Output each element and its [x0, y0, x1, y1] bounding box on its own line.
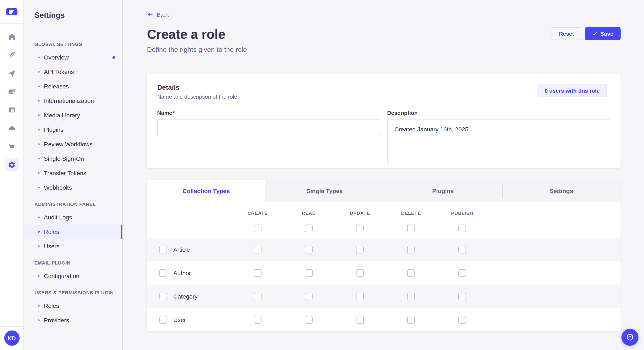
subnav-item-providers[interactable]: Providers — [24, 313, 122, 328]
subnav-item-transfer-tokens[interactable]: Transfer Tokens — [24, 166, 122, 180]
subnav-section-label: ADMINISTRATION PANEL — [24, 197, 122, 210]
strapi-logo-icon[interactable] — [6, 8, 18, 15]
permissions-tabs: Collection TypesSingle TypesPluginsSetti… — [147, 180, 620, 202]
column-header-publish: PUBLISH — [436, 210, 488, 216]
help-button[interactable]: ? — [622, 329, 638, 346]
subnav-item-releases[interactable]: Releases — [24, 79, 122, 94]
category-read-checkbox[interactable] — [305, 292, 313, 300]
subnav-section: GLOBAL SETTINGS Overview API Tokens Rele… — [24, 35, 122, 195]
tab-plugins[interactable]: Plugins — [384, 180, 502, 202]
subnav-item-internationalization[interactable]: Internationalization — [24, 94, 122, 108]
article-row-checkbox[interactable] — [159, 246, 167, 253]
subnav-item-audit-logs[interactable]: Audit Logs — [24, 210, 122, 224]
collection-types-panel: CREATEREADUPDATEDELETEPUBLISH Article Au… — [147, 202, 620, 331]
user-update-checkbox[interactable] — [356, 316, 364, 324]
category-row-checkbox[interactable] — [159, 292, 167, 300]
subnav-sections: GLOBAL SETTINGS Overview API Tokens Rele… — [24, 27, 122, 328]
content-type-label: User — [173, 316, 186, 323]
bullet-icon — [38, 245, 40, 247]
column-header-delete: DELETE — [386, 210, 436, 216]
paper-plane-icon[interactable] — [5, 66, 18, 80]
home-icon[interactable] — [5, 30, 18, 43]
settings-subnav: Settings GLOBAL SETTINGS Overview API To… — [24, 0, 123, 350]
subnav-item-roles[interactable]: Roles — [24, 299, 122, 313]
avatar[interactable]: KD — [4, 331, 20, 346]
subnav-section: EMAIL PLUGIN Configuration — [24, 253, 122, 283]
select-all-publish-checkbox[interactable] — [458, 224, 466, 232]
back-link[interactable]: Back — [147, 11, 169, 18]
details-subtitle: Name and description of the role — [157, 94, 237, 100]
author-update-checkbox[interactable] — [356, 269, 364, 277]
name-input[interactable] — [157, 119, 380, 136]
subnav-item-overview[interactable]: Overview — [24, 50, 122, 65]
reset-button[interactable]: Reset — [552, 27, 581, 40]
name-field: Name* — [157, 110, 380, 166]
save-button[interactable]: Save — [584, 27, 620, 40]
header-actions: Reset Save — [552, 27, 620, 40]
name-label: Name — [157, 110, 172, 116]
bullet-icon — [38, 85, 40, 87]
icon-rail: KD — [0, 0, 24, 350]
author-publish-checkbox[interactable] — [458, 269, 466, 277]
bullet-icon — [38, 187, 40, 188]
content-manager-icon[interactable] — [5, 48, 18, 62]
settings-icon[interactable] — [5, 158, 18, 172]
select-all-read-checkbox[interactable] — [305, 224, 313, 232]
select-all-create-checkbox[interactable] — [254, 224, 262, 232]
bullet-icon — [38, 319, 40, 321]
select-all-delete-checkbox[interactable] — [407, 224, 415, 232]
subnav-item-single-sign-on[interactable]: Single Sign-On — [24, 151, 122, 166]
subnav-item-configuration[interactable]: Configuration — [24, 269, 122, 283]
bullet-icon — [38, 129, 40, 131]
user-publish-checkbox[interactable] — [458, 316, 466, 324]
subnav-item-users[interactable]: Users — [24, 239, 122, 253]
subnav-section-label: GLOBAL SETTINGS — [24, 37, 122, 50]
subnav-item-review-workflows[interactable]: Review Workflows — [24, 137, 122, 151]
description-field: Description Created January 16th, 2025 — [387, 110, 610, 166]
column-header-read: READ — [283, 210, 334, 216]
article-read-checkbox[interactable] — [305, 246, 313, 253]
article-publish-checkbox[interactable] — [458, 246, 466, 253]
subnav-item-plugins[interactable]: Plugins — [24, 123, 122, 137]
category-update-checkbox[interactable] — [356, 292, 364, 300]
permission-row-article: Article — [147, 238, 620, 261]
subnav-item-api-tokens[interactable]: API Tokens — [24, 65, 122, 79]
author-row-checkbox[interactable] — [159, 269, 167, 277]
select-all-update-checkbox[interactable] — [356, 224, 364, 232]
author-delete-checkbox[interactable] — [407, 269, 415, 277]
subnav-section-label: USERS & PERMISSIONS PLUGIN — [24, 286, 122, 299]
category-publish-checkbox[interactable] — [458, 292, 466, 300]
permissions-header-row: CREATEREADUPDATEDELETEPUBLISH — [147, 202, 620, 219]
page-subtitle: Define the rights given to the role — [147, 46, 620, 54]
author-read-checkbox[interactable] — [305, 269, 313, 277]
cloud-icon[interactable] — [5, 121, 18, 135]
subnav-item-roles[interactable]: Roles — [24, 224, 122, 239]
subnav-title: Settings — [34, 11, 122, 20]
subnav-item-media-library[interactable]: Media Library — [24, 108, 122, 123]
user-create-checkbox[interactable] — [254, 316, 262, 324]
tab-single-types[interactable]: Single Types — [265, 180, 384, 202]
tab-settings[interactable]: Settings — [502, 180, 620, 202]
description-input[interactable]: Created January 16th, 2025 — [387, 119, 610, 164]
rail-footer: KD — [0, 326, 24, 350]
marketplace-icon[interactable] — [5, 140, 18, 153]
user-read-checkbox[interactable] — [305, 316, 313, 324]
content-type-builder-icon[interactable] — [5, 103, 18, 117]
category-delete-checkbox[interactable] — [407, 292, 415, 300]
media-library-icon[interactable] — [5, 85, 18, 98]
user-row-checkbox[interactable] — [159, 316, 167, 324]
arrow-left-icon — [147, 11, 153, 18]
article-delete-checkbox[interactable] — [407, 246, 415, 253]
required-asterisk: * — [173, 110, 175, 116]
logo-area — [0, 0, 24, 24]
author-create-checkbox[interactable] — [254, 269, 262, 277]
tab-collection-types[interactable]: Collection Types — [147, 180, 265, 202]
users-with-role-button[interactable]: 0 users with this role — [537, 84, 607, 97]
svg-text:?: ? — [629, 335, 631, 339]
article-update-checkbox[interactable] — [356, 246, 364, 253]
article-create-checkbox[interactable] — [254, 246, 262, 253]
user-delete-checkbox[interactable] — [407, 316, 415, 324]
subnav-section-label: EMAIL PLUGIN — [24, 256, 122, 269]
category-create-checkbox[interactable] — [254, 292, 262, 300]
subnav-item-webhooks[interactable]: Webhooks — [24, 180, 122, 195]
